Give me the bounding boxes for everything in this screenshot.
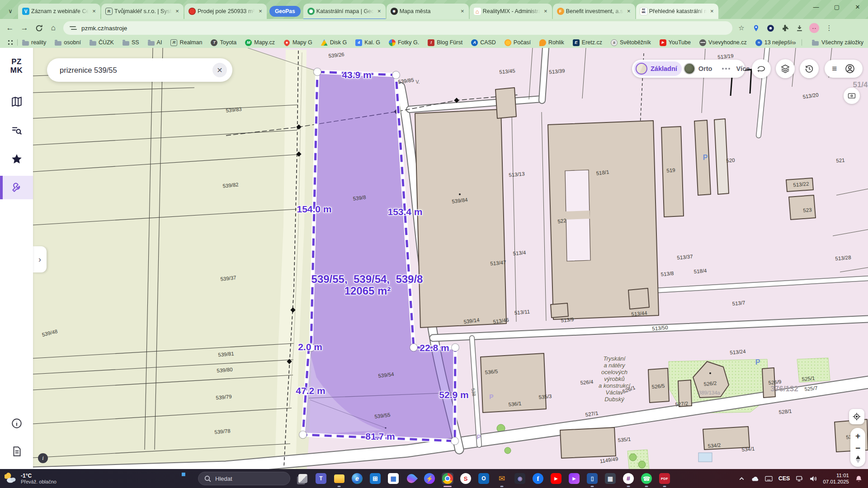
bookmark-item[interactable]: YouTube [660, 39, 691, 46]
account-icon[interactable] [844, 63, 855, 74]
map-search-bar[interactable]: prizrenice 539/55 ✕ [47, 58, 232, 82]
language-indicator[interactable]: CES [778, 475, 790, 482]
start-button[interactable] [180, 471, 195, 486]
file-explorer[interactable] [333, 473, 345, 484]
tab-mapa-mesta[interactable]: Mapa města [387, 4, 469, 19]
reload-button[interactable] [32, 21, 46, 35]
taskbar-search[interactable]: Hledat [198, 472, 290, 485]
bookmark-item[interactable]: Rohlik [539, 39, 564, 46]
tab-benefit-investment[interactable]: Benefit investment, a.s. (Iva [553, 4, 635, 19]
clear-search-icon[interactable]: ✕ [212, 63, 227, 77]
window-maximize-button[interactable]: ▢ [826, 0, 847, 14]
tab-close-icon[interactable] [174, 8, 181, 15]
apps-grid-icon[interactable] [7, 39, 14, 46]
all-bookmarks-button[interactable]: Všechny záložky [812, 39, 863, 46]
tab-close-icon[interactable] [708, 8, 716, 15]
pdf-xchange[interactable]: PDF [659, 473, 670, 484]
tab-close-icon[interactable] [257, 8, 264, 15]
pzmk-logo[interactable]: PZMK [0, 58, 33, 75]
bookmark-item[interactable]: Realman [170, 39, 202, 46]
teams[interactable]: T [315, 473, 327, 484]
phone-link[interactable]: ▯ [586, 473, 598, 484]
ms-store[interactable]: ⊞ [369, 473, 381, 484]
whatsapp[interactable]: ☎ [641, 473, 652, 484]
bookmark-star-icon[interactable]: ☆ [737, 23, 746, 33]
outlook[interactable]: O [478, 473, 490, 484]
screenshot-button[interactable] [844, 88, 860, 104]
window-minimize-button[interactable]: — [806, 0, 826, 14]
tab-close-icon[interactable] [542, 8, 549, 15]
zoom-out-button[interactable]: − [855, 444, 860, 452]
browser-menu-icon[interactable]: ⋮ [825, 23, 834, 33]
bookmark-item[interactable]: 13 nejlepších zdrojů... [755, 39, 793, 46]
slack[interactable]: # [623, 473, 634, 484]
search-input[interactable]: prizrenice 539/55 [60, 66, 212, 75]
bookmark-item[interactable]: SS [123, 39, 139, 46]
bookmark-item[interactable]: Eretz.cz [573, 39, 602, 46]
extension-badge-icon[interactable] [766, 23, 775, 33]
tab-zaznam-webinar[interactable]: Záznam z webináře CeMap [18, 4, 100, 19]
tab-realitymix[interactable]: RealityMIX - Administrační [470, 4, 552, 19]
tab-close-icon[interactable] [625, 8, 632, 15]
tab-tvujmakler[interactable]: Tvůjmakléř s.r.o. | Systém R [101, 4, 184, 19]
basemap-ortho-button[interactable]: Orto [682, 61, 717, 76]
sidebar-item-search-list[interactable] [0, 119, 33, 142]
volume-icon[interactable] [809, 475, 817, 483]
bookmark-item[interactable]: AI [148, 39, 162, 46]
maps-pin-extension-icon[interactable] [751, 23, 760, 33]
bookmark-item[interactable]: osobní [55, 39, 81, 46]
sidebar-item-map[interactable] [0, 90, 33, 113]
rotate-3d-button[interactable] [752, 59, 771, 78]
youtube[interactable]: ▶ [550, 473, 562, 484]
tab-pzmk[interactable]: Přehledné katastrální map [636, 4, 718, 19]
calculator[interactable]: ▦ [604, 473, 616, 484]
bookmark-item[interactable]: Kal. G [355, 39, 380, 46]
bookmark-item[interactable]: Fotky G. [389, 39, 419, 46]
clock[interactable]: 11:01 07.01.2025 [823, 472, 849, 485]
forward-button[interactable]: → [17, 21, 32, 35]
calendar[interactable]: ▦ [387, 473, 399, 484]
tab-search-chevron-icon[interactable]: ∨ [4, 5, 17, 17]
layers-button[interactable] [776, 59, 795, 78]
camera[interactable]: ◉ [514, 473, 526, 484]
bookmark-item[interactable]: CASD [471, 39, 496, 46]
tab-close-icon[interactable] [459, 8, 466, 15]
compass-button[interactable] [856, 455, 860, 463]
panel-expander[interactable]: › [33, 246, 47, 272]
bookmark-item[interactable]: reality [22, 39, 46, 46]
tray-chevron-icon[interactable] [738, 475, 745, 483]
site-info-icon[interactable] [70, 25, 77, 31]
bookmark-item[interactable]: Počasí [505, 39, 531, 46]
bookmark-item[interactable]: Světoběžník [611, 39, 651, 46]
basemap-more-button[interactable]: Více [717, 61, 754, 76]
tab-prodej-pole[interactable]: Prodej pole 250933 m², Mě [184, 4, 267, 19]
messenger[interactable]: ⚡ [424, 473, 435, 484]
tab-group-geopas[interactable]: GeoPas [269, 6, 301, 17]
bookmark-item[interactable]: Mapy G [283, 39, 312, 46]
tab-close-icon[interactable] [90, 8, 98, 15]
weather-widget[interactable]: -1°C Převáž. oblačno [5, 472, 57, 485]
bookmark-item[interactable]: Disk G [321, 39, 347, 46]
network-icon[interactable] [796, 475, 803, 483]
em-client[interactable]: ✉ [496, 473, 508, 484]
task-view[interactable] [297, 473, 309, 484]
onedrive-icon[interactable] [751, 475, 759, 483]
color-drop[interactable] [406, 473, 417, 484]
touch-keyboard-icon[interactable] [765, 475, 773, 483]
bookmark-item[interactable]: Blog Fürst [428, 39, 462, 46]
bookmark-item[interactable]: Mapy.cz [245, 39, 275, 46]
bookmark-item[interactable]: ČÚZK [90, 39, 114, 46]
history-button[interactable] [800, 59, 819, 78]
facebook[interactable]: f [532, 473, 544, 484]
app-menu-icon[interactable]: ≡ [832, 64, 837, 74]
extensions-puzzle-icon[interactable] [780, 23, 789, 33]
home-button[interactable]: ⌂ [46, 21, 61, 35]
downloads-icon[interactable] [795, 23, 804, 33]
tab-katastralni-mapa[interactable]: Katastrální mapa | GeoPas.c [303, 4, 386, 19]
map-attribution-info[interactable]: i [38, 453, 48, 463]
bookmark-item[interactable]: Vsevyhodne.cz [699, 39, 747, 46]
clipchamp[interactable]: ▶ [568, 473, 580, 484]
bookmark-item[interactable]: Toyota [211, 39, 236, 46]
profile-avatar[interactable] [809, 23, 819, 33]
bookmarks-overflow-chevron[interactable]: » [793, 39, 796, 46]
